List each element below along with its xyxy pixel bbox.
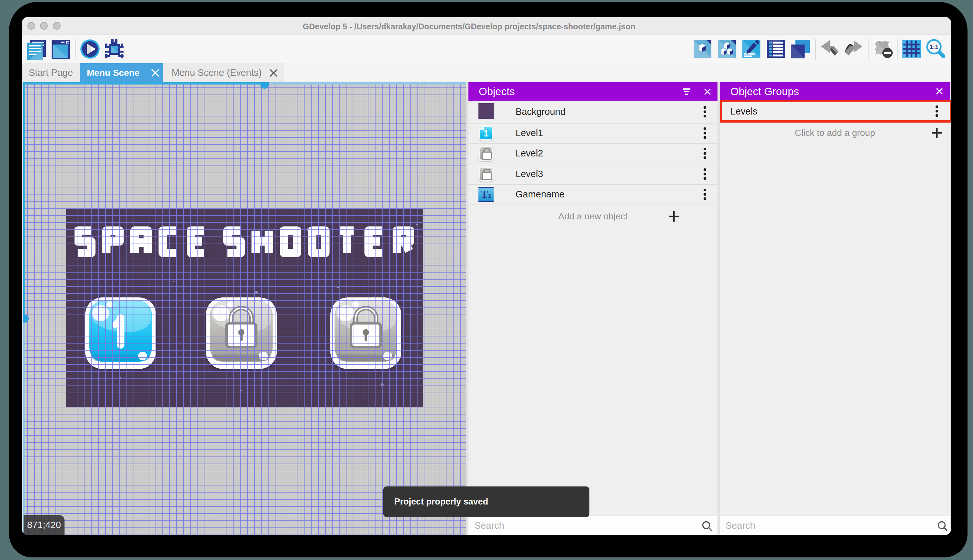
svg-text:1:1: 1:1 <box>930 43 938 50</box>
